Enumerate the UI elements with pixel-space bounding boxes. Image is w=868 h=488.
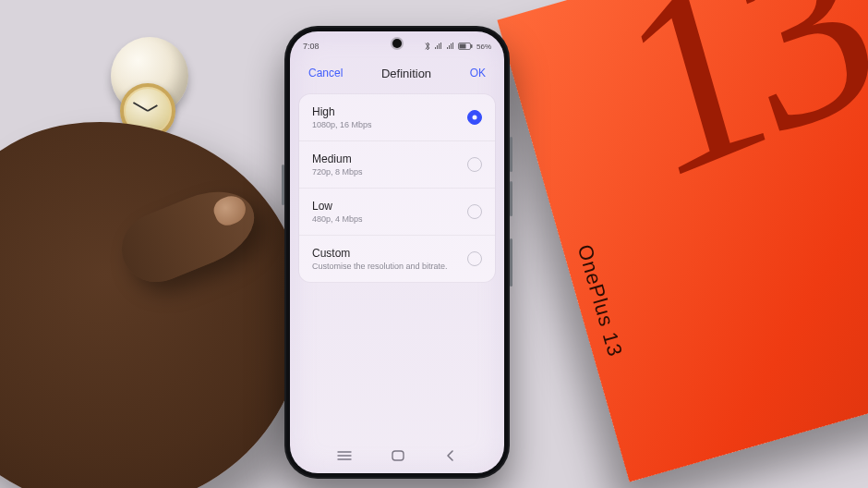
option-label: High <box>312 105 372 118</box>
option-custom[interactable]: Custom Customise the resolution and bitr… <box>299 236 495 282</box>
alert-slider[interactable] <box>282 165 284 205</box>
signal-icon-2 <box>446 43 455 50</box>
bluetooth-icon <box>424 42 431 51</box>
ok-button[interactable]: OK <box>466 65 489 81</box>
android-nav-bar <box>290 440 504 473</box>
battery-icon <box>458 43 473 50</box>
sheet-title: Definition <box>381 67 431 80</box>
option-sub: 1080p, 16 Mbps <box>312 120 372 129</box>
option-sub: Customise the resolution and bitrate. <box>312 262 448 271</box>
box-brand-text: OnePlus 13 <box>573 242 627 360</box>
phone-frame: 7:08 56% Cancel Definition OK <box>284 26 510 479</box>
radio-custom[interactable] <box>467 251 482 266</box>
radio-high[interactable] <box>467 110 482 125</box>
svg-rect-1 <box>459 44 465 49</box>
volume-up-button[interactable] <box>510 137 512 172</box>
svg-rect-3 <box>392 451 404 460</box>
option-label: Medium <box>312 152 363 165</box>
box-number: 13 <box>599 0 868 224</box>
option-high[interactable]: High 1080p, 16 Mbps <box>299 94 495 141</box>
definition-options-card: High 1080p, 16 Mbps Medium 720p, 8 Mbps … <box>299 94 495 282</box>
nav-recent-button[interactable] <box>332 444 357 468</box>
radio-low[interactable] <box>467 204 482 219</box>
nav-back-button[interactable] <box>439 444 463 468</box>
pointing-finger <box>112 177 266 293</box>
svg-rect-2 <box>471 44 473 48</box>
power-button[interactable] <box>510 238 512 287</box>
option-sub: 720p, 8 Mbps <box>312 167 363 177</box>
sheet-header: Cancel Definition OK <box>290 57 504 91</box>
user-hand <box>0 95 330 488</box>
cancel-button[interactable]: Cancel <box>305 65 346 81</box>
option-low[interactable]: Low 480p, 4 Mbps <box>299 189 495 236</box>
status-time: 7:08 <box>303 42 319 51</box>
option-sub: 480p, 4 Mbps <box>312 214 363 224</box>
option-medium[interactable]: Medium 720p, 8 Mbps <box>299 141 495 189</box>
front-camera <box>392 39 402 48</box>
signal-icon <box>434 43 443 50</box>
product-box: 13 OnePlus 13 <box>497 0 868 482</box>
option-label: Custom <box>312 247 448 260</box>
option-label: Low <box>312 200 363 213</box>
phone-screen: 7:08 56% Cancel Definition OK <box>290 31 504 473</box>
radio-medium[interactable] <box>467 157 482 172</box>
battery-text: 56% <box>476 43 491 51</box>
volume-down-button[interactable] <box>510 181 512 216</box>
nav-home-button[interactable] <box>385 444 411 468</box>
